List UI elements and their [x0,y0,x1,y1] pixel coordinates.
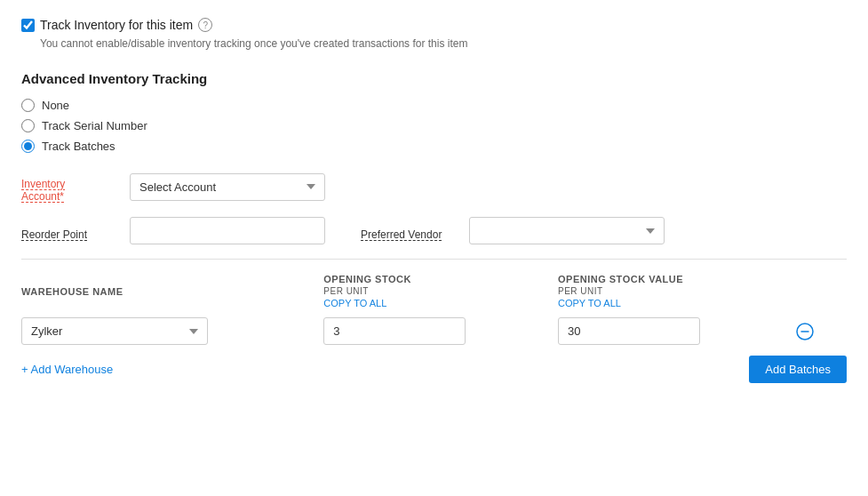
advanced-section-title: Advanced Inventory Tracking [21,71,847,86]
track-inventory-label-row: Track Inventory for this item ? [21,18,847,32]
preferred-vendor-field: Preferred Vendor [361,217,665,244]
col-opening-stock-title: OPENING STOCK [323,274,558,284]
warehouse-table: WAREHOUSE NAME OPENING STOCK PER UNIT CO… [21,274,847,345]
radio-track-serial[interactable]: Track Serial Number [21,119,847,132]
col-header-action [792,274,847,312]
table-row: Zylker [21,312,847,345]
track-inventory-text: Track Inventory for this item [40,18,193,32]
add-batches-button[interactable]: Add Batches [749,356,847,383]
opening-stock-value-input[interactable] [558,317,700,345]
add-warehouse-label: + Add Warehouse [21,363,113,376]
track-inventory-section: Track Inventory for this item ? You cann… [21,18,847,50]
inventory-account-select[interactable]: Select Account [130,173,325,201]
radio-none[interactable]: None [21,99,847,112]
advanced-inventory-section: Advanced Inventory Tracking None Track S… [21,71,847,383]
warehouse-name-select[interactable]: Zylker [21,317,208,345]
track-inventory-checkbox[interactable] [21,19,35,32]
radio-none-input[interactable] [21,99,35,112]
reorder-point-field: Reorder Point [21,217,325,244]
col-header-warehouse: WAREHOUSE NAME [21,274,323,312]
col-header-opening-stock: OPENING STOCK PER UNIT COPY TO ALL [323,274,558,312]
row-action-cell [792,312,847,345]
warehouse-name-cell: Zylker [21,312,323,345]
copy-to-all-stock-link[interactable]: COPY TO ALL [323,298,558,308]
radio-batches-input[interactable] [21,140,35,153]
remove-row-button[interactable] [792,319,817,344]
col-opening-stock-sub: PER UNIT [323,286,558,296]
inventory-account-label: InventoryAccount* [21,171,119,203]
copy-to-all-value-link[interactable]: COPY TO ALL [558,298,792,308]
radio-none-label: None [42,99,69,112]
inventory-account-field: InventoryAccount* Select Account [21,171,325,203]
col-opening-stock-value-title: OPENING STOCK VALUE [558,274,792,284]
preferred-vendor-select[interactable] [469,217,665,244]
radio-serial-label: Track Serial Number [42,119,147,132]
add-warehouse-link[interactable]: + Add Warehouse [21,363,113,376]
reorder-vendor-row: Reorder Point Preferred Vendor [21,217,847,244]
col-warehouse-title: WAREHOUSE NAME [21,286,323,297]
reorder-point-input[interactable] [130,217,325,244]
col-opening-stock-value-sub: PER UNIT [558,286,792,296]
opening-stock-input[interactable] [323,317,466,345]
opening-stock-cell [323,312,558,345]
reorder-point-label: Reorder Point [21,221,119,241]
col-header-opening-stock-value: OPENING STOCK VALUE PER UNIT COPY TO ALL [558,274,792,312]
tracking-radio-group: None Track Serial Number Track Batches [21,99,847,153]
radio-batches-label: Track Batches [42,140,115,153]
bottom-actions: + Add Warehouse Add Batches [21,356,847,383]
track-inventory-note: You cannot enable/disable inventory trac… [40,37,847,50]
radio-serial-input[interactable] [21,119,35,132]
radio-track-batches[interactable]: Track Batches [21,140,847,153]
inventory-account-row: InventoryAccount* Select Account [21,171,847,203]
opening-stock-value-cell [558,312,792,345]
help-icon[interactable]: ? [198,18,212,32]
preferred-vendor-label: Preferred Vendor [361,221,458,241]
divider [21,259,847,260]
